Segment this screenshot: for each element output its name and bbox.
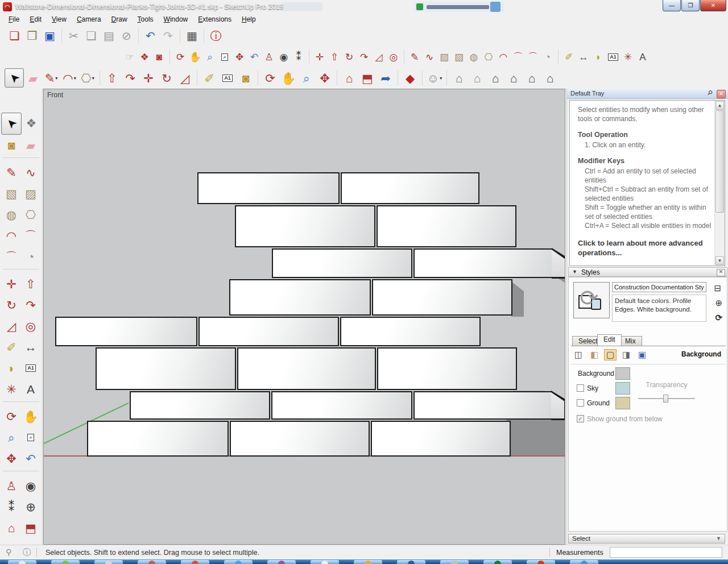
dimension-button[interactable]: ↔ xyxy=(576,49,591,65)
move-button[interactable]: ✛ xyxy=(139,69,158,87)
scale-button[interactable]: ◿ xyxy=(371,49,386,65)
undo-button[interactable]: ↶ xyxy=(142,28,159,44)
open-button[interactable]: ❒ xyxy=(23,28,41,44)
edge-settings-icon[interactable]: ◫ xyxy=(572,349,585,360)
view-left-button[interactable]: ⌂ xyxy=(541,69,559,87)
erase-button[interactable]: ⊘ xyxy=(118,28,135,44)
minimize-button[interactable]: — xyxy=(663,0,681,11)
zoom-button[interactable]: ⌕ xyxy=(2,427,21,448)
pie-button[interactable]: ◔ xyxy=(540,49,555,65)
expand-arrow-icon[interactable]: ▼ xyxy=(716,536,721,541)
plank[interactable] xyxy=(235,205,375,247)
pan-button[interactable]: ✋ xyxy=(21,406,40,427)
follow-me-button[interactable]: ↷ xyxy=(121,69,139,87)
line-button[interactable]: ✎▾ xyxy=(42,69,60,87)
paint-bucket-button[interactable]: ◙ xyxy=(2,135,21,156)
secondary-pane-icon[interactable]: ⊟ xyxy=(714,283,721,293)
close-button[interactable]: ✕ xyxy=(700,0,726,11)
circle-button[interactable]: ◍ xyxy=(2,204,21,225)
styles-close-icon[interactable]: ✕ xyxy=(717,269,725,276)
rotated-rectangle-button[interactable]: ▨ xyxy=(452,49,466,65)
offset-button[interactable]: ◎ xyxy=(21,316,40,337)
eraser-button[interactable]: ▰ xyxy=(24,69,42,87)
face-settings-icon[interactable]: ◧ xyxy=(588,349,601,360)
measurements-input[interactable] xyxy=(610,547,722,558)
menu-edit[interactable]: Edit xyxy=(24,14,47,24)
menu-view[interactable]: View xyxy=(47,14,72,24)
slider-thumb[interactable] xyxy=(663,395,668,403)
walk-button[interactable]: ⁑ xyxy=(2,496,21,517)
walk-button[interactable]: ⁑ xyxy=(291,49,306,65)
rotated-rectangle-button[interactable]: ▨ xyxy=(21,183,40,204)
push-pull-button[interactable]: ⇧ xyxy=(327,49,342,65)
taskbar-app-icon[interactable] xyxy=(181,560,209,564)
freehand-button[interactable]: ∿ xyxy=(21,162,40,183)
cut-button[interactable]: ✂ xyxy=(65,28,82,44)
arc-button[interactable]: ◠▾ xyxy=(60,69,78,87)
zoom-extents-button[interactable]: ✥ xyxy=(316,69,334,87)
paint-bucket-button[interactable]: ◙ xyxy=(237,69,255,87)
follow-me-button[interactable]: ↷ xyxy=(21,295,40,316)
print-button[interactable]: ▦ xyxy=(183,28,201,44)
taskbar-app-icon[interactable] xyxy=(570,560,598,564)
taskbar-app-icon[interactable] xyxy=(224,560,253,564)
zoom-previous-button[interactable]: ↶ xyxy=(21,448,40,469)
scale-button[interactable]: ◿ xyxy=(176,69,194,87)
geolocation-icon[interactable]: ⚲ xyxy=(6,548,11,557)
menu-draw[interactable]: Draw xyxy=(106,14,133,24)
plank[interactable] xyxy=(413,391,552,420)
view-back-button[interactable]: ⌂ xyxy=(523,69,541,87)
collapse-triangle-icon[interactable]: ▼ xyxy=(572,269,577,275)
plank[interactable] xyxy=(96,347,236,390)
taskbar-app-icon[interactable] xyxy=(94,560,123,564)
text-button[interactable]: A1 xyxy=(606,49,621,65)
transparency-slider[interactable] xyxy=(638,395,695,403)
plank[interactable] xyxy=(87,421,229,457)
restore-button[interactable]: ❐ xyxy=(681,0,700,11)
taskbar-app-icon[interactable] xyxy=(8,560,36,564)
style-thumbnail[interactable]: ⟳ xyxy=(573,282,610,318)
arc-button[interactable]: ◠ xyxy=(2,225,21,246)
axes-button[interactable]: ✳ xyxy=(2,379,21,400)
rectangle-button[interactable]: ▧ xyxy=(437,49,452,65)
polygon-dropdown-icon[interactable]: ▾ xyxy=(92,76,94,81)
account-dropdown-icon[interactable]: ▾ xyxy=(440,76,442,81)
taskbar-app-icon[interactable] xyxy=(483,560,512,564)
plank[interactable] xyxy=(197,172,340,204)
zoom-button[interactable]: ⌕ xyxy=(297,69,316,87)
zoom-extents-button[interactable]: ✥ xyxy=(2,448,21,469)
plank[interactable] xyxy=(413,248,553,278)
follow-me-button[interactable]: ↷ xyxy=(357,49,371,65)
plank[interactable] xyxy=(230,421,370,457)
modeling-settings-icon[interactable]: ▣ xyxy=(636,349,648,360)
rotate-button[interactable]: ↻ xyxy=(342,49,357,65)
view-right-button[interactable]: ⌂ xyxy=(504,69,523,87)
style-description[interactable]: Default face colors. Profile Edges. Whit… xyxy=(612,295,706,322)
save-button[interactable]: ▣ xyxy=(41,28,59,44)
orbit-button[interactable]: ⟳ xyxy=(173,49,188,65)
zoom-button[interactable]: ⌕ xyxy=(202,49,217,65)
tray-close-icon[interactable]: ✕ xyxy=(717,90,726,98)
polygon-button[interactable]: ⎔ xyxy=(21,204,40,225)
scroll-up-icon[interactable]: ▲ xyxy=(715,101,724,110)
protractor-button[interactable]: ◗ xyxy=(591,49,606,65)
axes-button[interactable]: ✳ xyxy=(621,49,635,65)
make-component-button[interactable]: ❖ xyxy=(137,49,152,65)
credits-info-icon[interactable]: ⓘ xyxy=(23,548,31,558)
windows-taskbar[interactable] xyxy=(0,559,728,564)
copy-button[interactable]: ❑ xyxy=(82,28,100,44)
menu-help[interactable]: Help xyxy=(237,14,261,24)
tray-header[interactable]: Default Tray ⚲ ✕ xyxy=(567,89,728,99)
pin-icon[interactable]: ⚲ xyxy=(706,89,714,97)
select-hand-button[interactable]: ☞ xyxy=(122,49,137,65)
plank[interactable] xyxy=(372,279,512,316)
line-button[interactable]: ✎ xyxy=(407,49,422,65)
pan-button[interactable]: ✋ xyxy=(279,69,297,87)
taskbar-app-icon[interactable] xyxy=(440,560,469,564)
tape-measure-button[interactable]: ✐ xyxy=(2,337,21,358)
polygon-button[interactable]: ⎔▾ xyxy=(78,69,97,87)
three-point-arc-button[interactable]: ⌒ xyxy=(2,246,21,267)
menu-tools[interactable]: Tools xyxy=(133,14,159,24)
rotate-button[interactable]: ↻ xyxy=(158,69,176,87)
move-button[interactable]: ✛ xyxy=(2,273,21,295)
